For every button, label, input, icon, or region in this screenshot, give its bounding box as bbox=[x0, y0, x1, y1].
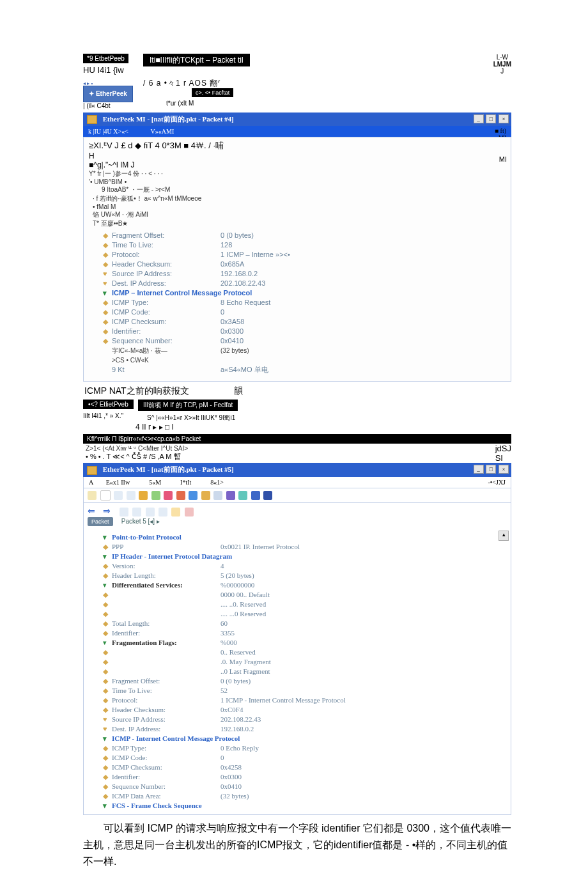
tree-header[interactable]: ▾FCS - Frame Check Sequence bbox=[103, 801, 491, 811]
window-buttons[interactable]: _ □ × bbox=[473, 465, 509, 474]
tree-row[interactable]: ◆ICMP Type:0 Echo Reply bbox=[103, 743, 491, 753]
nav-arrows-icon[interactable]: ⇐ ⇒ bbox=[88, 506, 113, 516]
packet-button[interactable]: Packet bbox=[88, 517, 113, 526]
window-buttons[interactable]: _ □ × bbox=[473, 114, 509, 123]
tree-header[interactable]: ▾ICMP – Internet Control Message Protoco… bbox=[103, 288, 491, 298]
tree-row[interactable]: ◆ICMP Type:8 Echo Request bbox=[103, 298, 491, 307]
tool-icon[interactable] bbox=[88, 491, 97, 500]
tree-row[interactable]: ♥Source IP Address:192.168.0.2 bbox=[103, 269, 491, 279]
tree-row[interactable]: ◆Version:4 bbox=[103, 561, 491, 571]
subbar-right: V»«AMI bbox=[151, 128, 174, 135]
tool-icon[interactable] bbox=[151, 491, 160, 500]
tool-icon[interactable] bbox=[139, 491, 148, 500]
window1-titlebar[interactable]: EtherPeek MI - [nat前面的.pkt - Packet #4] … bbox=[83, 113, 511, 126]
close-icon[interactable]: × bbox=[499, 465, 509, 474]
tree-row[interactable]: ◆.0. May Fragment bbox=[103, 657, 491, 667]
tree-row[interactable]: ♥Source IP Address:202.108.22.43 bbox=[103, 715, 491, 724]
tree-row[interactable]: ◆Sequence Number:0x0410 bbox=[103, 336, 491, 346]
nav-icon[interactable] bbox=[185, 508, 194, 517]
nav-icon[interactable] bbox=[132, 508, 141, 517]
tree-row[interactable]: ◆PPP0x0021 IP. Internet Protocol bbox=[103, 542, 491, 552]
tree-header[interactable]: ▾Point-to-Point Protocol bbox=[103, 532, 491, 542]
maximize-icon[interactable]: □ bbox=[486, 114, 496, 123]
tree-subheader[interactable]: ▾Fragmentation Flags:%000 bbox=[103, 638, 491, 648]
app-icon bbox=[87, 115, 97, 124]
nav-icon[interactable] bbox=[171, 508, 180, 517]
tree-row[interactable]: ◆Fragment Offset:0 (0 bytes) bbox=[103, 231, 491, 240]
tree-row[interactable]: 9 Kta«S4«MO 单电 bbox=[103, 365, 491, 375]
tree-row[interactable]: ◆Identifier:0x0300 bbox=[103, 327, 491, 336]
tree-row[interactable]: ◆Header Checksum:0xC0F4 bbox=[103, 705, 491, 715]
tree-row[interactable]: ◆Identifier:3355 bbox=[103, 628, 491, 638]
tree-row[interactable]: ◆ICMP Checksum:0x3A58 bbox=[103, 317, 491, 327]
tree-row[interactable]: ◆Protocol:1 ICMP – Interne »><• bbox=[103, 250, 491, 260]
tree-row[interactable]: ◆Total Length:60 bbox=[103, 619, 491, 628]
tree-row[interactable]: ◆Protocol:1 ICMP - Internet Control Mess… bbox=[103, 695, 491, 705]
nav-icon[interactable] bbox=[159, 508, 167, 517]
packet5-tree[interactable]: ▴ ▾Point-to-Point Protocol◆PPP0x0021 IP.… bbox=[83, 529, 511, 815]
tree-row[interactable]: ◆.... ..0. Reserved bbox=[103, 600, 491, 609]
tree-subheader[interactable]: ▾Differentiated Services:%00000000 bbox=[103, 580, 491, 590]
tool-icon[interactable] bbox=[100, 490, 111, 501]
minimize-icon[interactable]: _ bbox=[474, 114, 484, 123]
tool-icon[interactable] bbox=[251, 491, 260, 500]
window2-menubar[interactable]: A E«x1 IIw 5«M I*tIt 8«1> -•<JXJ bbox=[83, 477, 511, 488]
tree-header[interactable]: ▾ICMP - Internet Control Message Protoco… bbox=[103, 734, 491, 743]
tur-text: t*ur (xIt M bbox=[166, 100, 194, 107]
menu-d[interactable]: I*tIt bbox=[180, 479, 191, 486]
tree-row: >CS • CW«K bbox=[103, 355, 491, 365]
kfi-black-bar: KfI^rrriik П I$pirr«r«f<>r<cp.ca«b Packe… bbox=[83, 434, 511, 444]
menu-b[interactable]: E«x1 IIw bbox=[106, 479, 130, 486]
ocr-garble-2: Z>1< (<At Xiw ᴵ⁴ ᵘ C<Mter I^Ut SAI> • % … bbox=[83, 444, 511, 463]
tree-row[interactable]: ◆ICMP Data Area:(32 bytes) bbox=[103, 791, 491, 801]
tool-icon[interactable] bbox=[189, 491, 197, 500]
tool-icon[interactable] bbox=[263, 491, 272, 500]
header-fragment-1: *9 EtbetPeeb Iti■IIIfIi的TCKpit – Packet … bbox=[83, 51, 511, 113]
window2-toolbar[interactable] bbox=[83, 488, 511, 503]
tree-row[interactable]: ◆Time To Live:128 bbox=[103, 240, 491, 250]
tree-row[interactable]: ◆..0 Last Fragment bbox=[103, 667, 491, 676]
tree-row[interactable]: ◆Identifier:0x0300 bbox=[103, 772, 491, 782]
minimize-icon[interactable]: _ bbox=[474, 465, 484, 474]
hu-text: HU I4i1 {iw bbox=[83, 65, 124, 75]
window2-titlebar[interactable]: EtherPeek MI - [nat前面的.pkt - Packet #5] … bbox=[83, 463, 511, 476]
tool-icon[interactable] bbox=[226, 491, 235, 500]
menu-c[interactable]: 5«M bbox=[149, 479, 161, 486]
close-icon[interactable]: × bbox=[499, 114, 509, 123]
tree-row[interactable]: ♥Dest. IP Address:192.168.0.2 bbox=[103, 724, 491, 734]
tree-row[interactable]: ◆ICMP Code:0 bbox=[103, 753, 491, 763]
tool-icon[interactable] bbox=[238, 491, 247, 500]
popup-label: *9 EtbetPeeb bbox=[83, 54, 128, 63]
tool-icon[interactable] bbox=[201, 491, 210, 500]
tree-row[interactable]: ◆Header Length:5 (20 bytes) bbox=[103, 571, 491, 580]
tool-icon[interactable] bbox=[127, 491, 135, 500]
tree-row[interactable]: ◆Sequence Number:0x0410 bbox=[103, 782, 491, 791]
tckpit-label: Iti■IIIfIi的TCKpit – Packet til bbox=[143, 54, 250, 66]
tool-icon[interactable] bbox=[114, 491, 123, 500]
tree-row[interactable]: ◆ICMP Code:0 bbox=[103, 307, 491, 317]
scroll-up-icon[interactable]: ▴ bbox=[499, 531, 509, 541]
tool-icon[interactable] bbox=[176, 491, 185, 500]
tree-row[interactable]: ◆0000 00.. Default bbox=[103, 590, 491, 600]
tree-row[interactable]: ◆Fragment Offset:0 (0 bytes) bbox=[103, 676, 491, 686]
tool-icon[interactable] bbox=[164, 491, 173, 500]
tree-row[interactable]: ◆Header Checksum:0x685A bbox=[103, 260, 491, 269]
tree-row[interactable]: ◆.... ...0 Reserved bbox=[103, 609, 491, 619]
window1-body: ≥XI.ᴱV J £ d ◆ fiT 4 0*3M ■ 4￦. / ·哺 H M… bbox=[83, 137, 511, 382]
menu-e[interactable]: 8«1> bbox=[210, 479, 224, 486]
tree-row[interactable]: ◆0.. Reserved bbox=[103, 648, 491, 657]
etlietpveb-label: •<? EtlietPveb bbox=[83, 400, 134, 409]
tree-header[interactable]: ▾IP Header - Internet Protocol Datagram bbox=[103, 552, 491, 561]
tree-row[interactable]: ♥Dest. IP Address:202.108.22.43 bbox=[103, 279, 491, 288]
tree-row[interactable]: ◆ICMP Checksum:0x4258 bbox=[103, 763, 491, 772]
maximize-icon[interactable]: □ bbox=[486, 465, 496, 474]
nav-icon[interactable] bbox=[146, 508, 155, 517]
tree-row[interactable]: ◆Time To Live:52 bbox=[103, 686, 491, 695]
packet-nav-text[interactable]: Packet 5 [◂] ▸ bbox=[121, 518, 160, 525]
packet4-tree[interactable]: ◆Fragment Offset:0 (0 bytes)◆Time To Liv… bbox=[84, 229, 511, 381]
menu-a[interactable]: A bbox=[89, 479, 93, 486]
tool-icon[interactable] bbox=[213, 491, 222, 500]
nav-icon[interactable] bbox=[120, 508, 128, 517]
window2-navbar[interactable]: ⇐ ⇒ Packet Packet 5 [◂] ▸ bbox=[83, 503, 511, 529]
mid-e-text: 4 II r ▸ ▸ □ I bbox=[135, 423, 174, 431]
